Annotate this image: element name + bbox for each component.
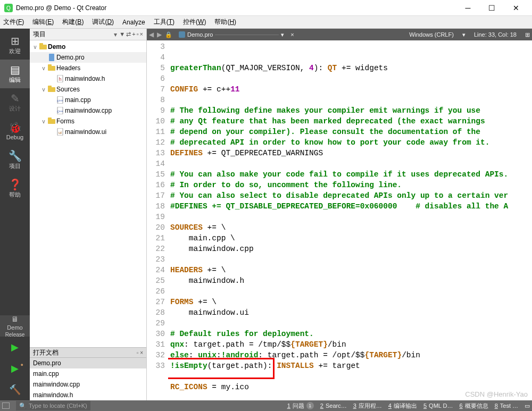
mode-欢迎[interactable]: ⊞欢迎 xyxy=(0,31,30,60)
tree-item[interactable]: hmainwindow.h xyxy=(30,73,146,84)
mode-帮助[interactable]: ❓帮助 xyxy=(0,174,30,203)
code-line[interactable]: FORMS += \ xyxy=(170,297,532,307)
tree-item[interactable]: Demo.pro xyxy=(30,52,146,63)
code-line[interactable]: else: unix:!android: target.path = /opt/… xyxy=(170,350,532,360)
code-line[interactable] xyxy=(170,286,532,297)
tree-item[interactable]: vDemo xyxy=(30,41,146,52)
code-line[interactable]: # In order to do so, uncomment the follo… xyxy=(170,180,532,190)
output-tab[interactable]: 5 QML D… xyxy=(423,402,453,410)
split-icon[interactable]: ▫ xyxy=(137,31,139,38)
tree-item[interactable]: c++mainwindow.cpp xyxy=(30,105,146,116)
output-tab[interactable]: 2 Searc… xyxy=(320,402,347,410)
run-button[interactable]: ▶ xyxy=(0,337,30,358)
mode-Debug[interactable]: 🐞Debug xyxy=(0,117,30,146)
close-output-icon[interactable]: ▭ xyxy=(525,402,530,409)
code-line[interactable]: mainwindow.h xyxy=(170,275,532,286)
code-line[interactable]: # deprecated API in order to know how to… xyxy=(170,137,532,148)
open-file-item[interactable]: Demo.pro xyxy=(30,358,146,368)
debug-run-button[interactable]: ▶● xyxy=(0,358,30,379)
project-panel-header: 项目 ▾ ▼ ⇄ + ▫ × xyxy=(30,29,146,40)
nav-fwd-icon[interactable]: ▶ xyxy=(157,31,162,38)
code-line[interactable]: #DEFINES += QT_DISABLE_DEPRECATED_BEFORE… xyxy=(170,201,532,212)
code-content[interactable]: greaterThan(QT_MAJOR_VERSION, 4): QT += … xyxy=(168,40,532,400)
code-line[interactable] xyxy=(170,318,532,329)
menubar: 文件(F)编辑(E)构建(B)调试(D)Analyze工具(T)控件(W)帮助(… xyxy=(0,16,532,29)
svg-text:c++: c++ xyxy=(57,110,63,113)
mode-项目[interactable]: 🔧项目 xyxy=(0,146,30,174)
nav-back-icon[interactable]: ◀ xyxy=(149,31,154,38)
code-line[interactable]: DEFINES += QT_DEPRECATED_WARNINGS xyxy=(170,148,532,158)
split-editor-icon[interactable]: ⊞ xyxy=(525,31,530,38)
menu-item[interactable]: 帮助(H) xyxy=(214,18,236,27)
link-icon[interactable]: ⇄ xyxy=(126,31,131,38)
menu-item[interactable]: 调试(D) xyxy=(92,18,114,27)
open-file-item[interactable]: main.cpp xyxy=(30,368,146,379)
build-button[interactable]: 🔨 xyxy=(0,379,30,400)
dropdown-icon[interactable]: ▾ xyxy=(281,31,284,38)
open-documents-list[interactable]: Demo.promain.cppmainwindow.cppmainwindow… xyxy=(30,358,146,400)
dropdown-icon[interactable]: ▾ xyxy=(114,31,117,38)
close-panel-icon[interactable]: × xyxy=(140,31,143,38)
mode-编辑[interactable]: ▤编辑 xyxy=(0,60,30,88)
project-tree[interactable]: vDemoDemo.provHeadershmainwindow.hvSourc… xyxy=(30,40,146,347)
maximize-button[interactable]: ☐ xyxy=(480,0,504,16)
code-line[interactable]: greaterThan(QT_MAJOR_VERSION, 4): QT += … xyxy=(170,63,532,73)
code-line[interactable] xyxy=(170,212,532,222)
cursor-position[interactable]: Line: 33, Col: 18 xyxy=(474,31,517,38)
code-line[interactable]: !isEmpty(target.path): INSTALLS += targe… xyxy=(170,360,532,371)
locator[interactable]: 🔍 Type to locate (Ctrl+K) xyxy=(16,401,90,410)
code-line[interactable]: # You can also make your code fail to co… xyxy=(170,169,532,180)
code-line[interactable]: main.cpp \ xyxy=(170,233,532,244)
close-tab-icon[interactable]: × xyxy=(290,31,294,38)
mode-设计[interactable]: ✎设计 xyxy=(0,88,30,117)
code-line[interactable] xyxy=(170,95,532,105)
toggle-sidebar-icon[interactable] xyxy=(2,402,10,409)
filter-icon[interactable]: ▼ xyxy=(119,31,125,38)
code-line[interactable]: CONFIG += c++11 xyxy=(170,84,532,95)
code-editor[interactable]: 3456789101112131415161718192021222324252… xyxy=(147,40,532,400)
open-file-item[interactable]: mainwindow.cpp xyxy=(30,379,146,390)
close-button[interactable]: ✕ xyxy=(504,0,528,16)
code-line[interactable]: mainwindow.ui xyxy=(170,307,532,318)
code-line[interactable]: HEADERS += \ xyxy=(170,265,532,275)
output-tab[interactable]: 8 Test … xyxy=(495,402,518,410)
add-icon[interactable]: + xyxy=(132,31,135,38)
kit-selector[interactable]: 🖥 Demo Release xyxy=(0,315,30,337)
editor-tab[interactable]: Demo.pro ▾ xyxy=(176,29,287,40)
code-line[interactable]: mainwindow.cpp xyxy=(170,244,532,254)
encoding-indicator[interactable]: Windows (CRLF) xyxy=(409,31,454,38)
code-line[interactable]: # Default rules for deployment. xyxy=(170,329,532,339)
output-tab[interactable]: 4 编译输出 xyxy=(388,402,417,410)
code-line[interactable]: # depend on your compiler). Please consu… xyxy=(170,127,532,137)
open-file-item[interactable]: mainwindow.h xyxy=(30,390,146,400)
menu-item[interactable]: 文件(F) xyxy=(3,18,24,27)
code-line[interactable] xyxy=(170,73,532,84)
open-docs-split-icon[interactable]: ▫ × xyxy=(137,350,143,356)
dropdown-icon[interactable]: ▾ xyxy=(462,31,466,38)
code-line[interactable] xyxy=(170,371,532,382)
code-line[interactable]: # The following define makes your compil… xyxy=(170,105,532,116)
menu-item[interactable]: 控件(W) xyxy=(183,18,206,27)
menu-item[interactable]: 构建(B) xyxy=(62,18,84,27)
code-line[interactable] xyxy=(170,254,532,265)
tree-item[interactable]: vSources xyxy=(30,84,146,95)
minimize-button[interactable]: ─ xyxy=(456,0,480,16)
tree-item[interactable]: c++main.cpp xyxy=(30,95,146,105)
output-tab[interactable]: 1 问题 1 xyxy=(287,402,314,410)
menu-item[interactable]: Analyze xyxy=(122,19,145,26)
code-line[interactable]: SOURCES += \ xyxy=(170,222,532,233)
tree-item[interactable]: vHeaders xyxy=(30,63,146,73)
code-line[interactable]: qnx: target.path = /tmp/$${TARGET}/bin xyxy=(170,339,532,350)
output-tab[interactable]: 6 概要信息 xyxy=(460,402,488,410)
menu-item[interactable]: 编辑(E) xyxy=(32,18,54,27)
tree-item[interactable]: vForms xyxy=(30,116,146,127)
lock-icon[interactable]: 🔒 xyxy=(165,31,172,38)
code-line[interactable] xyxy=(170,158,532,169)
editor-area: ◀ ▶ 🔒 Demo.pro ▾ × Windows (CRLF) ▾ Line… xyxy=(147,29,532,400)
project-panel: 项目 ▾ ▼ ⇄ + ▫ × vDemoDemo.provHeadershmai… xyxy=(30,29,147,400)
menu-item[interactable]: 工具(T) xyxy=(154,18,174,27)
code-line[interactable]: # any Qt feature that has been marked de… xyxy=(170,116,532,127)
output-tab[interactable]: 3 应用程… xyxy=(353,402,382,410)
tree-item[interactable]: uimainwindow.ui xyxy=(30,127,146,137)
code-line[interactable]: # You can also select to disable depreca… xyxy=(170,190,532,201)
